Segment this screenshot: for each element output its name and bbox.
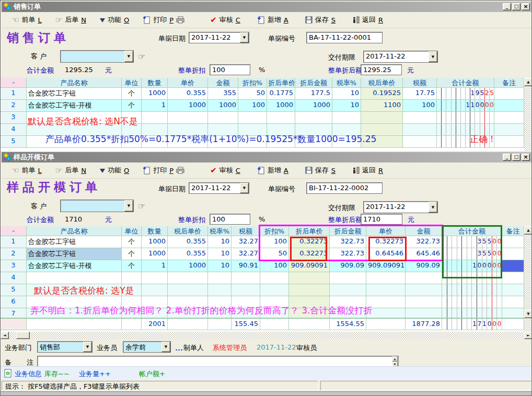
biz-info-link[interactable]: 业务信息 xyxy=(15,369,42,379)
cell-no[interactable]: 3 xyxy=(1,260,27,272)
cell-remark[interactable] xyxy=(494,88,524,99)
cell-price[interactable]: 0.64546 xyxy=(366,248,406,260)
cell-amount[interactable]: 355 xyxy=(208,88,238,99)
cell-no[interactable]: 3 xyxy=(1,112,27,123)
scroll-up-button[interactable]: ▲ xyxy=(524,226,532,235)
cell-total[interactable]: 100000 xyxy=(442,260,502,272)
close-button[interactable]: × xyxy=(522,3,530,10)
vertical-scrollbar[interactable] xyxy=(524,235,532,310)
deliver-combo[interactable]: 2017-11-22▼ xyxy=(363,51,438,63)
next-order-button[interactable]: ☞后单N xyxy=(55,15,86,25)
cell-no[interactable]: 6 xyxy=(1,296,27,308)
cell-unit[interactable]: 个 xyxy=(122,236,142,248)
cell-qty[interactable] xyxy=(142,112,168,123)
audit-button[interactable]: ✔审核C xyxy=(210,15,240,25)
cell-qty[interactable]: 1 xyxy=(142,100,168,111)
cell-no[interactable]: 1 xyxy=(1,88,27,99)
cell-disc_amount[interactable] xyxy=(295,112,332,123)
deliver-combo[interactable]: 2017-11-22▼ xyxy=(363,201,438,213)
spinner-up-icon[interactable]: ▲ xyxy=(392,356,398,362)
dropdown-arrow-icon[interactable]: ▼ xyxy=(124,51,133,62)
cell-qty[interactable] xyxy=(142,272,168,284)
cell-remark[interactable] xyxy=(502,260,524,272)
dropdown-arrow-icon[interactable]: ▼ xyxy=(429,202,437,213)
cell-no[interactable]: 4 xyxy=(1,272,27,284)
dropdown-arrow-icon[interactable]: ▼ xyxy=(240,32,249,43)
cell-no[interactable]: 1 xyxy=(1,236,27,248)
cell-disc_price[interactable]: 0.1775 xyxy=(267,88,295,99)
cell-price[interactable]: 0.32273 xyxy=(366,236,406,248)
cell-price[interactable]: 1000 xyxy=(168,100,208,111)
function-button[interactable]: 功能O xyxy=(100,15,129,25)
prev-order-button[interactable]: ☜前单L xyxy=(12,15,42,25)
cell-tax[interactable]: 32.27 xyxy=(232,236,260,248)
doc-date-combo[interactable]: 2017-11-22▼ xyxy=(189,32,249,43)
cell-qty[interactable]: 1 xyxy=(142,260,168,272)
cell-disc_price[interactable] xyxy=(289,284,330,296)
cell-amount[interactable] xyxy=(406,272,442,284)
print-button[interactable]: 打印P xyxy=(143,166,184,175)
cell-remark[interactable] xyxy=(494,124,524,135)
cell-disc[interactable]: 100 xyxy=(260,236,289,248)
cell-amount[interactable] xyxy=(406,296,442,308)
cell-tax_rate[interactable]: 10 xyxy=(208,260,232,272)
cell-remark[interactable] xyxy=(502,272,524,284)
cell-no[interactable]: 2 xyxy=(1,100,27,111)
cell-tax_price[interactable]: 0.355 xyxy=(168,236,208,248)
cell-disc_price[interactable]: 0.32273 xyxy=(289,248,330,260)
save-button[interactable]: 保存S xyxy=(305,15,336,25)
cell-name[interactable]: 合金胶芯工字钮 xyxy=(27,248,122,260)
dept-combo[interactable]: 销售部▼ xyxy=(37,341,92,353)
cell-disc_amount[interactable] xyxy=(330,284,366,296)
cell-amount[interactable] xyxy=(406,308,442,318)
dropdown-arrow-icon[interactable]: ▼ xyxy=(124,200,133,212)
cell-tax_rate[interactable]: 10 xyxy=(332,100,361,111)
customer-combo[interactable]: ▼ xyxy=(60,50,134,63)
cell-tax[interactable]: 17.75 xyxy=(403,88,437,99)
doc-no-input[interactable]: BA-17-11-22-0001 xyxy=(306,32,383,43)
cell-disc[interactable] xyxy=(260,284,289,296)
cell-tax_price[interactable]: 0.355 xyxy=(168,248,208,260)
cell-total[interactable] xyxy=(442,296,502,308)
cell-disc[interactable]: 100 xyxy=(260,260,289,272)
cell-disc_price[interactable]: 0.32273 xyxy=(289,236,330,248)
cell-disc[interactable]: 50 xyxy=(260,248,289,260)
cell-disc[interactable] xyxy=(238,112,267,123)
cell-disc_amount[interactable] xyxy=(330,272,366,284)
more-button[interactable]: ... xyxy=(175,344,183,352)
maximize-button[interactable]: □ xyxy=(512,154,521,161)
save-button[interactable]: 保存S xyxy=(305,166,336,175)
cell-tax[interactable]: 100 xyxy=(403,100,437,111)
minimize-button[interactable]: _ xyxy=(503,3,511,10)
cell-tax_rate[interactable]: 10 xyxy=(208,236,232,248)
cell-unit[interactable]: 个 xyxy=(122,100,142,111)
cell-price[interactable] xyxy=(366,284,406,296)
pointing-hand-icon[interactable]: ☞ xyxy=(138,201,145,211)
cell-amount[interactable]: 1000 xyxy=(208,100,238,111)
cell-remark[interactable] xyxy=(494,112,524,123)
scrollbar-thumb[interactable] xyxy=(16,332,30,339)
cell-total[interactable] xyxy=(442,284,502,296)
prev-order-button[interactable]: ☜前单L xyxy=(12,166,42,175)
titlebar[interactable]: 销售订单 _ □ × xyxy=(2,2,531,12)
scroll-down-button[interactable]: ▼ xyxy=(524,310,532,318)
cell-tax[interactable] xyxy=(403,124,437,135)
next-order-button[interactable]: ☞后单N xyxy=(55,166,86,175)
dropdown-arrow-icon[interactable]: ▼ xyxy=(240,183,249,193)
cell-total[interactable]: 19525 xyxy=(437,88,494,99)
cell-disc[interactable]: 50 xyxy=(238,88,267,99)
cell-name[interactable]: 合金胶芯工字钮 xyxy=(27,236,122,248)
scroll-up-button[interactable]: ▲ xyxy=(524,78,532,86)
remark-spinner[interactable]: ▲▼ xyxy=(392,356,398,367)
cell-tax_price[interactable] xyxy=(168,284,208,296)
cell-disc_price[interactable] xyxy=(267,112,295,123)
cell-remark[interactable] xyxy=(502,308,524,318)
cell-name[interactable]: 合金胶芯工字钮-开模 xyxy=(27,260,122,272)
cell-no[interactable]: 4 xyxy=(1,124,27,135)
pointing-hand-icon[interactable]: ☞ xyxy=(138,52,145,62)
cell-total[interactable]: 35500 xyxy=(442,248,502,260)
print-button[interactable]: 打印P xyxy=(143,15,184,25)
cell-amount[interactable]: 909.09 xyxy=(406,260,442,272)
cell-total[interactable] xyxy=(437,112,494,123)
discount-input[interactable]: 100 xyxy=(210,214,250,225)
